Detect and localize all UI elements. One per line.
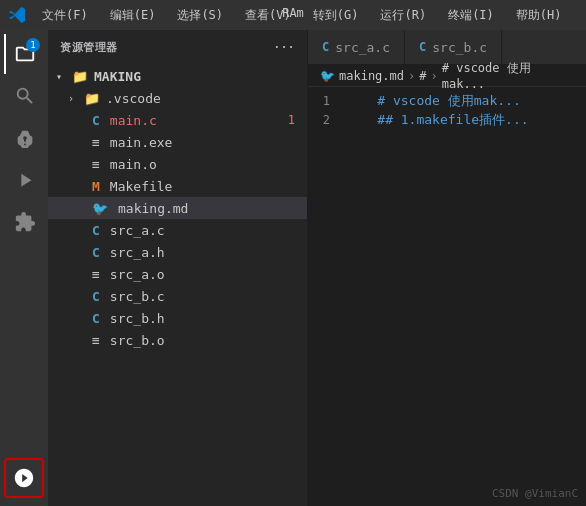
breadcrumb-file[interactable]: 🐦 (320, 69, 335, 83)
tree-folder-vscode[interactable]: › 📁 .vscode (48, 87, 307, 109)
tree-file-srcac[interactable]: C src_a.c (48, 219, 307, 241)
c-file-icon-srcbc: C (92, 289, 100, 304)
file-label-makingmd: making.md (118, 201, 188, 216)
file-label-srcac: src_a.c (110, 223, 165, 238)
menu-goto[interactable]: 转到(G) (309, 5, 363, 26)
menu-edit[interactable]: 编辑(E) (106, 5, 160, 26)
tree-file-srcbo[interactable]: ≡ src_b.o (48, 329, 307, 351)
file-label-mainexe: main.exe (110, 135, 173, 150)
sidebar-title: 资源管理器 (60, 40, 118, 55)
folder-icon-making: 📁 (72, 69, 88, 84)
tree-file-makefile[interactable]: M Makefile (48, 175, 307, 197)
sidebar-header: 资源管理器 ··· (48, 30, 307, 65)
tab-srcbc-label: src_b.c (432, 40, 487, 55)
makefile-icon: M (92, 179, 100, 194)
menu-terminal[interactable]: 终端(I) (444, 5, 498, 26)
title-bar: 文件(F) 编辑(E) 选择(S) 查看(V) 转到(G) 运行(R) 终端(I… (0, 0, 586, 30)
breadcrumb-hash: # (419, 69, 426, 83)
activity-badge: 1 (26, 38, 40, 52)
folder-label-making: MAKING (94, 69, 141, 84)
c-file-icon-srcac: C (92, 223, 100, 238)
sidebar-content: ▾ 📁 MAKING › 📁 .vscode C main.c 1 ≡ (48, 65, 307, 506)
tree-file-maino[interactable]: ≡ main.o (48, 153, 307, 175)
file-label-srcbh: src_b.h (110, 311, 165, 326)
activity-run-debug[interactable] (4, 160, 44, 200)
activity-explorer[interactable]: 1 (4, 34, 44, 74)
extensions-icon (14, 211, 36, 233)
file-label-srcao: src_a.o (110, 267, 165, 282)
watermark: CSDN @VimianC (492, 487, 578, 500)
folder-arrow-making: ▾ (56, 71, 72, 82)
tree-file-srcah[interactable]: C src_a.h (48, 241, 307, 263)
c-file-icon-srcah: C (92, 245, 100, 260)
menu-run[interactable]: 运行(R) (376, 5, 430, 26)
vscode-icon (8, 6, 26, 24)
folder-icon-vscode: 📁 (84, 91, 100, 106)
breadcrumb-bar: 🐦 making.md › # › # vscode 使用mak... (308, 65, 586, 87)
activity-remote-explorer[interactable] (4, 458, 44, 498)
tree-file-makingmd[interactable]: 🐦 making.md (48, 197, 307, 219)
folder-label-vscode: .vscode (106, 91, 161, 106)
line-number-1: 1 (308, 94, 346, 108)
menu-help[interactable]: 帮助(H) (512, 5, 566, 26)
editor-area: C src_a.c C src_b.c 🐦 making.md › # › # … (308, 30, 586, 506)
git-icon (14, 127, 36, 149)
line-content-2: ## 1.makefile插件... (346, 111, 529, 129)
obj-file-icon-srcbo: ≡ (92, 333, 100, 348)
menu-file[interactable]: 文件(F) (38, 5, 92, 26)
file-label-mainc: main.c (110, 113, 157, 128)
c-file-icon-srcbh: C (92, 311, 100, 326)
tab-srcac-label: src_a.c (335, 40, 390, 55)
editor-line-1: 1 # vscode 使用mak... (308, 91, 586, 110)
tab-srcac-icon: C (322, 40, 329, 54)
sidebar-header-icons: ··· (273, 41, 295, 54)
file-label-srcah: src_a.h (110, 245, 165, 260)
sidebar: 资源管理器 ··· ▾ 📁 MAKING › 📁 .vscode C (48, 30, 308, 506)
breadcrumb-file-label: making.md (339, 69, 404, 83)
file-label-srcbo: src_b.o (110, 333, 165, 348)
folder-arrow-vscode: › (68, 93, 84, 104)
file-badge-mainc: 1 (288, 113, 295, 127)
tab-srcbc[interactable]: C src_b.c (405, 30, 502, 64)
activity-source-control[interactable] (4, 118, 44, 158)
tree-file-mainc[interactable]: C main.c 1 (48, 109, 307, 131)
activity-extensions[interactable] (4, 202, 44, 242)
menu-select[interactable]: 选择(S) (173, 5, 227, 26)
md-file-icon: 🐦 (92, 201, 108, 216)
activity-search[interactable] (4, 76, 44, 116)
obj-file-icon-maino: ≡ (92, 157, 100, 172)
file-label-srcbc: src_b.c (110, 289, 165, 304)
tab-srcbc-icon: C (419, 40, 426, 54)
more-actions-icon[interactable]: ··· (273, 41, 295, 54)
activity-bar: 1 (0, 30, 48, 506)
tree-file-srcbh[interactable]: C src_b.h (48, 307, 307, 329)
exe-file-icon: ≡ (92, 135, 100, 150)
file-label-makefile: Makefile (110, 179, 173, 194)
file-label-maino: main.o (110, 157, 157, 172)
breadcrumb-sep1: › (408, 69, 415, 83)
tree-folder-making[interactable]: ▾ 📁 MAKING (48, 65, 307, 87)
tree-file-srcbc[interactable]: C src_b.c (48, 285, 307, 307)
tree-file-srcao[interactable]: ≡ src_a.o (48, 263, 307, 285)
obj-file-icon-srcao: ≡ (92, 267, 100, 282)
editor-content: 1 # vscode 使用mak... 2 ## 1.makefile插件... (308, 87, 586, 506)
activity-bottom (4, 458, 44, 506)
tab-srcac[interactable]: C src_a.c (308, 30, 405, 64)
line-content-1: # vscode 使用mak... (346, 92, 521, 110)
main-layout: 1 资源管理器 ··· (0, 30, 586, 506)
remote-icon (13, 467, 35, 489)
c-file-icon: C (92, 113, 100, 128)
breadcrumb-sep2: › (431, 69, 438, 83)
debug-icon (14, 169, 36, 191)
window-title: RAm (282, 6, 304, 20)
editor-line-2: 2 ## 1.makefile插件... (308, 110, 586, 129)
tree-file-mainexe[interactable]: ≡ main.exe (48, 131, 307, 153)
line-number-2: 2 (308, 113, 346, 127)
search-icon (14, 85, 36, 107)
